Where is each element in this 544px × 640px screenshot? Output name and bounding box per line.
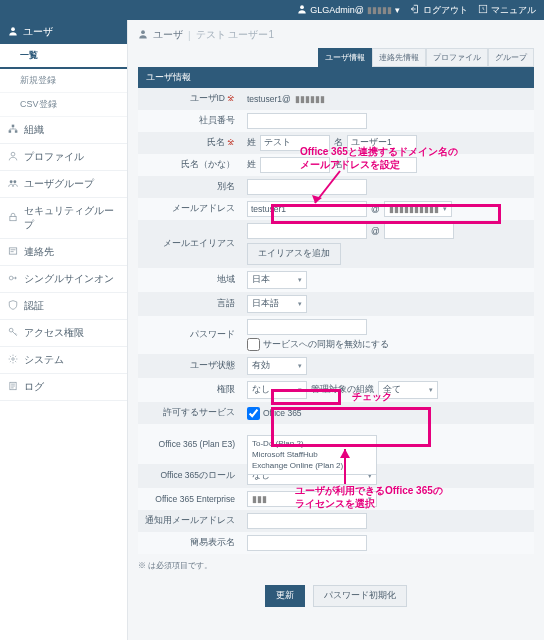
sidebar-head-user: ユーザ [0, 20, 127, 44]
svg-point-6 [11, 152, 15, 156]
sidebar-item-label: ログ [24, 380, 44, 394]
row-lang: 言語 日本語 [138, 292, 534, 316]
disp-input[interactable] [247, 535, 367, 551]
svg-point-7 [10, 180, 13, 183]
plan-option[interactable]: To-Do (Plan 2) [252, 438, 372, 449]
main: ユーザ | テスト ユーザー1 ユーザ情報 連絡先情報 プロファイル グループ … [128, 20, 544, 640]
breadcrumb-section[interactable]: ユーザ [153, 28, 183, 42]
perm-org-select[interactable]: 全て [378, 381, 438, 399]
row-plan: Office 365 (Plan E3) なし To-Do (Plan 2) M… [138, 424, 534, 464]
sidebar-item-log[interactable]: ログ [0, 374, 127, 401]
sidebar-item-contact[interactable]: 連絡先 [0, 239, 127, 266]
logout-link[interactable]: ログアウト [410, 4, 468, 17]
required-note: ※ は必須項目です。 [138, 554, 534, 577]
perm-select[interactable]: なし [247, 381, 307, 399]
add-alias-button[interactable]: エイリアスを追加 [247, 243, 341, 265]
sidebar-item-sso[interactable]: シングルサインオン [0, 266, 127, 293]
sidebar-item-org[interactable]: 組織 [0, 117, 127, 144]
sidebar-item-label: シングルサインオン [24, 272, 114, 286]
row-disp: 簡易表示名 [138, 532, 534, 554]
tab-userinfo[interactable]: ユーザ情報 [318, 48, 372, 67]
sidebar-item-label: プロファイル [24, 150, 84, 164]
contact-icon [8, 246, 18, 258]
kana-sei-input[interactable] [260, 157, 330, 173]
sidebar-item-label: システム [24, 353, 64, 367]
perm-org-label: 管理対象の組織 [311, 384, 374, 396]
lang-select[interactable]: 日本語 [247, 295, 307, 313]
admin-label: GLGAdmin@ [310, 5, 364, 15]
mail-label: メールアドレス [138, 203, 243, 215]
row-mail: メールアドレス @ ▮▮▮▮▮▮▮▮▮▮ [138, 198, 534, 220]
tab-contactinfo[interactable]: 連絡先情報 [372, 48, 426, 67]
row-password: パスワード サービスへの同期を無効にする [138, 316, 534, 354]
sidebar-item-profile[interactable]: プロファイル [0, 144, 127, 171]
tab-group[interactable]: グループ [488, 48, 534, 67]
region-label: 地域 [138, 274, 243, 286]
sidebar-item-system[interactable]: システム [0, 347, 127, 374]
update-button[interactable]: 更新 [265, 585, 305, 607]
manual-link[interactable]: マニュアル [478, 4, 536, 17]
tabs: ユーザ情報 連絡先情報 プロファイル グループ [138, 48, 534, 67]
region-select[interactable]: 日本 [247, 271, 307, 289]
user-icon [297, 4, 307, 16]
empno-label: 社員番号 [138, 115, 243, 127]
ent-select[interactable]: ▮▮▮ [247, 491, 377, 507]
plan-option[interactable]: Microsoft StaffHub [252, 449, 372, 460]
office365-checkbox[interactable] [247, 407, 260, 420]
sei-label: 姓 [247, 137, 256, 149]
sidebar-head-label: ユーザ [23, 25, 53, 39]
lock-icon [8, 212, 18, 224]
userid-value: testuser1@ [247, 94, 291, 104]
row-ent: Office 365 Enterprise ▮▮▮ [138, 488, 534, 510]
name-label: 氏名 [207, 137, 225, 147]
mailalias-local-input[interactable] [247, 223, 367, 239]
alias-input[interactable] [247, 179, 367, 195]
key-icon [8, 327, 18, 339]
empno-input[interactable] [247, 113, 367, 129]
org-icon [8, 124, 18, 136]
sidebar-sub-csv[interactable]: CSV登録 [0, 93, 127, 117]
pw-disable-sync[interactable]: サービスへの同期を無効にする [247, 338, 389, 351]
row-service: 許可するサービス Office 365 [138, 402, 534, 424]
row-alias: 別名 [138, 176, 534, 198]
sidebar-item-auth[interactable]: 認証 [0, 293, 127, 320]
ent-label: Office 365 Enterprise [138, 494, 243, 504]
sidebar: ユーザ 一覧 新規登録 CSV登録 組織 プロファイル ユーザグループ セキュリ… [0, 20, 128, 640]
svg-rect-3 [12, 125, 15, 128]
status-select[interactable]: 有効 [247, 357, 307, 375]
svg-point-8 [13, 180, 16, 183]
logout-label: ログアウト [423, 4, 468, 17]
pwreset-button[interactable]: パスワード初期化 [313, 585, 407, 607]
mei-input[interactable] [347, 135, 417, 151]
mail-local-input[interactable] [247, 201, 367, 217]
panel-title: ユーザ情報 [138, 67, 534, 88]
notify-input[interactable] [247, 513, 367, 529]
mei-label: 名 [334, 137, 343, 149]
svg-point-11 [9, 276, 13, 280]
usergroup-icon [8, 178, 18, 190]
mei-label: 名 [334, 159, 343, 171]
sidebar-item-label: 認証 [24, 299, 44, 313]
manual-icon [478, 4, 488, 16]
kana-mei-input[interactable] [347, 157, 417, 173]
plan-option[interactable]: Exchange Online (Plan 2) [252, 460, 372, 471]
svc-office365[interactable]: Office 365 [247, 407, 302, 420]
mail-domain-select[interactable]: ▮▮▮▮▮▮▮▮▮▮ [384, 201, 452, 217]
pw-disable-checkbox[interactable] [247, 338, 260, 351]
plan-options-list[interactable]: To-Do (Plan 2) Microsoft StaffHub Exchan… [247, 435, 377, 475]
svg-point-2 [11, 27, 15, 31]
sidebar-sub-new[interactable]: 新規登録 [0, 69, 127, 93]
svg-point-15 [141, 30, 145, 34]
pw-input[interactable] [247, 319, 367, 335]
mailalias-domain-input[interactable] [384, 223, 454, 239]
sei-input[interactable] [260, 135, 330, 151]
admin-menu[interactable]: GLGAdmin@ ▮▮▮▮▮ ▾ [297, 4, 400, 16]
tab-profile[interactable]: プロファイル [426, 48, 488, 67]
sidebar-sub-list[interactable]: 一覧 [0, 44, 127, 69]
role-label: Office 365のロール [138, 470, 243, 482]
sidebar-item-secgroup[interactable]: セキュリティグループ [0, 198, 127, 239]
sidebar-item-usergroup[interactable]: ユーザグループ [0, 171, 127, 198]
row-mailalias: メールエイリアス @ エイリアスを追加 [138, 220, 534, 268]
svg-point-13 [12, 358, 15, 361]
sidebar-item-perm[interactable]: アクセス権限 [0, 320, 127, 347]
